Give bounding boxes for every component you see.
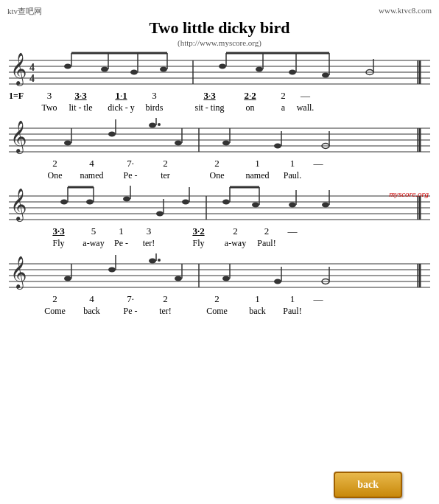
section-3: 𝄞 (0, 186, 439, 249)
svg-point-80 (322, 203, 329, 208)
notation-row-2: 2 4 7· 2 2 1 1 — (0, 158, 439, 169)
svg-point-17 (219, 64, 226, 69)
staff-area-3: 𝄞 (0, 186, 439, 225)
svg-point-42 (158, 123, 161, 126)
svg-text:𝄞: 𝄞 (10, 188, 27, 223)
svg-point-12 (130, 70, 138, 75)
header-left: ktv查吧网 (7, 6, 42, 17)
svg-point-37 (64, 141, 71, 146)
note-4-4: 2 (149, 293, 182, 305)
svg-point-63 (86, 200, 94, 205)
staff-area-4: 𝄞 (0, 253, 439, 293)
note-1-1: 3 (38, 90, 60, 102)
note-2-8: 1 (278, 158, 307, 169)
lyric-1-8: a (270, 102, 296, 113)
lyric-4-4: ter! (149, 306, 182, 317)
title-area: Two little dicky bird (http://www.myscor… (0, 18, 439, 47)
lyric-4-7: back (237, 306, 278, 317)
svg-text:𝄞: 𝄞 (10, 120, 27, 155)
lyric-2-7: named (237, 170, 278, 181)
note-1-4: 3 (141, 90, 167, 102)
lyric-3-spacer (9, 238, 38, 249)
lyrics-row-1: Two lit - tle dick - y birds sit - ting … (0, 102, 439, 113)
section-4: 𝄞 (0, 253, 439, 317)
lyric-3-2: a-way (79, 238, 108, 249)
svg-point-49 (274, 144, 281, 149)
lyric-4-spacer (9, 306, 38, 317)
page: ktv查吧网 www.ktvc8.com Two little dicky bi… (0, 0, 439, 504)
note-3-5 (164, 225, 178, 237)
staff-svg-4: 𝄞 (9, 253, 430, 290)
staff-svg-3: 𝄞 (9, 186, 430, 223)
note-2-7: 1 (237, 158, 278, 169)
svg-point-66 (123, 197, 130, 202)
lyric-3-5 (164, 238, 178, 249)
svg-point-14 (160, 67, 167, 72)
svg-point-19 (256, 67, 263, 72)
lyric-1-9: wall. (296, 102, 315, 113)
lyrics-row-3: Fly a-way Pe - ter! Fly a-way Paul! (0, 238, 439, 249)
staff-svg-1: 𝄞 4 4 (9, 50, 430, 87)
svg-point-95 (158, 259, 161, 262)
note-4-2: 4 (71, 293, 112, 305)
lyric-4-2: back (71, 306, 112, 317)
note-1-3: 1·1 (101, 90, 141, 102)
lyric-4-5 (182, 306, 197, 317)
svg-point-102 (274, 279, 281, 284)
svg-point-44 (175, 141, 182, 146)
staff-area-2: 𝄞 (0, 118, 439, 158)
svg-point-78 (289, 203, 296, 208)
note-2-3: 7· (112, 158, 149, 169)
svg-point-70 (182, 200, 189, 205)
svg-point-39 (108, 132, 116, 137)
note-4-6: 2 (197, 293, 237, 305)
note-4-spacer (9, 293, 38, 305)
note-1-6: 3·3 (189, 90, 230, 102)
lyrics-row-4: Come back Pe - ter! Come back Paul! (0, 306, 439, 317)
main-title: Two little dicky bird (0, 18, 439, 38)
note-2-6: 2 (197, 158, 237, 169)
svg-point-61 (60, 200, 68, 205)
note-1-9: — (296, 90, 315, 102)
notation-row-4: 2 4 7· 2 2 1 1 — (0, 293, 439, 305)
lyric-1-4: birds (141, 102, 167, 113)
note-2-4: 2 (149, 158, 182, 169)
svg-point-41 (149, 123, 156, 128)
note-2-5 (182, 158, 197, 169)
lyric-3-6: Fly (178, 238, 219, 249)
note-4-9: — (307, 293, 329, 305)
note-2-2: 4 (71, 158, 112, 169)
svg-point-73 (222, 200, 230, 205)
note-3-7: 2 (219, 225, 252, 237)
subtitle: (http://www.myscore.org) (0, 38, 439, 47)
back-button[interactable]: back (334, 472, 402, 498)
note-2-9: — (307, 158, 329, 169)
staff-svg-2: 𝄞 (9, 118, 430, 155)
note-2-spacer (9, 158, 38, 169)
svg-point-21 (289, 70, 296, 75)
lyric-2-6: One (197, 170, 237, 181)
lyric-4-6: Come (197, 306, 237, 317)
svg-text:4: 4 (29, 62, 35, 73)
svg-point-90 (64, 276, 71, 281)
lyric-1-2: lit - tle (60, 102, 101, 113)
note-2-1: 2 (38, 158, 71, 169)
svg-point-23 (322, 73, 329, 78)
note-3-8: 2 (252, 225, 281, 237)
section-1: 𝄞 4 4 (0, 50, 439, 113)
key-sig: 1=F (9, 91, 38, 102)
lyric-4-3: Pe - (112, 306, 149, 317)
lyric-3-8: Paul! (252, 238, 281, 249)
svg-text:𝄞: 𝄞 (10, 256, 27, 290)
lyric-3-3: Pe - (108, 238, 134, 249)
note-4-8: 1 (278, 293, 307, 305)
watermark: myscore.org (389, 189, 429, 198)
lyric-2-spacer (9, 170, 38, 181)
svg-point-10 (101, 67, 108, 72)
note-3-2: 5 (79, 225, 108, 237)
note-4-5 (182, 293, 197, 305)
svg-point-8 (64, 64, 71, 69)
lyric-2-8: Paul. (278, 170, 307, 181)
svg-point-97 (175, 276, 182, 281)
lyric-1-1: Two (38, 102, 60, 113)
